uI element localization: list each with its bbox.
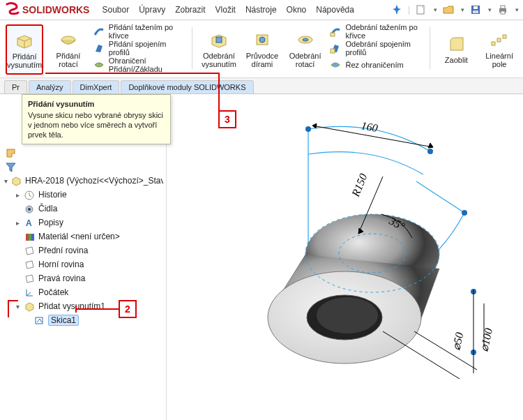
feature-manager-panel: Přidání vysunutím Vysune skicu nebo vybr…: [0, 94, 167, 420]
cut-loft-label: Odebrání spojením profilů: [345, 40, 420, 57]
tree-sketch-label: Skica1: [48, 315, 79, 326]
fillet-button[interactable]: Zaoblit: [439, 24, 475, 73]
tree-right-plane[interactable]: Pravá rovina: [4, 271, 163, 285]
cut-sweep-button[interactable]: Odebrání tažením po křivce: [330, 24, 420, 38]
save-icon[interactable]: [470, 4, 481, 15]
origin-icon: [24, 287, 35, 298]
tree-filter[interactable]: [4, 160, 163, 174]
svg-rect-2: [473, 6, 478, 9]
tree-top-plane[interactable]: Horní rovina: [4, 257, 163, 271]
twisty-icon[interactable]: ▾: [14, 303, 21, 310]
tree-front-label: Přední rovina: [38, 246, 88, 255]
tree-feature-extrude1[interactable]: ▾Přidat vysunutím1: [4, 299, 163, 313]
menu-tools[interactable]: Nástroje: [245, 5, 277, 15]
tab-features[interactable]: Pr: [4, 80, 27, 93]
redline: [75, 306, 77, 313]
tree-front-plane[interactable]: Přední rovina: [4, 243, 163, 257]
svg-rect-17: [497, 38, 501, 42]
revolve-boss-icon: [59, 31, 78, 49]
boundary-label: Ohraničení Přidání/Základu: [109, 57, 183, 73]
fillet-label: Zaoblit: [445, 56, 468, 64]
loft-boss-button[interactable]: Přidání spojením profilů: [93, 41, 183, 55]
cut-sweep-icon: [330, 26, 341, 37]
open-dropdown-icon[interactable]: ▾: [461, 6, 464, 13]
main-menu: Soubor Úpravy Zobrazit Vložit Nástroje O…: [102, 5, 354, 15]
sweep-icon: [93, 26, 105, 37]
extrude-feature-icon: [24, 301, 35, 312]
cut-revolve-icon: [296, 31, 315, 49]
tab-dimxpert[interactable]: DimXpert: [73, 80, 120, 93]
tree-top-label: Horní rovina: [38, 260, 84, 269]
tree-sensors[interactable]: Čidla: [4, 202, 163, 216]
feature-tree: ▾ HRA-2018 (Výchozí<<Výchozí>_Stav zobr …: [1, 144, 166, 329]
tree-sketch1[interactable]: Skica1: [4, 313, 163, 327]
menu-help[interactable]: Nápověda: [316, 5, 354, 15]
cut-extrude-button[interactable]: Odebrání vysunutím: [201, 24, 237, 73]
tree-tool-icon[interactable]: [6, 148, 16, 158]
tooltip-title: Přidání vysunutím: [28, 99, 165, 109]
ribbon-sep-2: [430, 27, 430, 69]
dim-160: 160: [360, 119, 379, 134]
ribbon-sep-1: [192, 27, 192, 69]
sketch-icon: [34, 315, 45, 326]
twisty-icon[interactable]: ▸: [14, 191, 21, 199]
titlebar-toolbar: | ▾ ▾ ▾ ▾: [391, 4, 519, 15]
redline: [75, 308, 119, 310]
cut-extrude-label: Odebrání vysunutím: [202, 52, 236, 68]
boundary-icon: [93, 59, 105, 70]
extrude-tooltip: Přidání vysunutím Vysune skicu nebo vybr…: [22, 94, 171, 144]
svg-rect-15: [333, 63, 338, 67]
print-icon[interactable]: [497, 4, 508, 15]
graphics-viewport[interactable]: 160 R150 35° ⌀50 ⌀100: [167, 94, 523, 420]
twisty-icon[interactable]: ▸: [14, 219, 21, 227]
boss-more-column: Přidání tažením po křivce Přidání spojen…: [93, 24, 183, 72]
menu-edit[interactable]: Úpravy: [139, 5, 165, 15]
cut-revolve-button[interactable]: Odebrání rotací: [287, 24, 324, 73]
open-icon[interactable]: [443, 4, 454, 15]
svg-rect-16: [492, 42, 495, 45]
menu-window[interactable]: Okno: [287, 5, 307, 15]
tree-history[interactable]: ▸Historie: [4, 188, 163, 202]
titlebar: SOLIDWORKS Soubor Úpravy Zobrazit Vložit…: [0, 0, 523, 20]
redline: [45, 73, 220, 74]
cut-sweep-label: Odebrání tažením po křivce: [345, 23, 420, 40]
tree-material[interactable]: Materiál <není určen>: [4, 230, 163, 243]
svg-rect-23: [26, 234, 29, 241]
tree-sensors-label: Čidla: [38, 204, 57, 213]
cut-boundary-button[interactable]: Řez ohraničením: [330, 58, 420, 72]
part-icon: [11, 176, 22, 186]
callout-2: 2: [119, 300, 137, 318]
tree-annotations[interactable]: ▸APopisy: [4, 216, 163, 230]
save-dropdown-icon[interactable]: ▾: [488, 6, 492, 13]
print-dropdown-icon[interactable]: ▾: [515, 6, 519, 13]
new-dropdown-icon[interactable]: ▾: [434, 6, 437, 13]
sweep-boss-button[interactable]: Přidání tažením po křivce: [93, 24, 183, 38]
twisty-icon[interactable]: ▾: [4, 177, 8, 185]
revolve-boss-button[interactable]: Přidání rotací: [50, 24, 86, 73]
linear-pattern-button[interactable]: Lineární pole: [481, 24, 517, 73]
tree-root[interactable]: ▾ HRA-2018 (Výchozí<<Výchozí>_Stav zobr: [4, 174, 163, 188]
cut-boundary-label: Řez ohraničením: [345, 61, 403, 69]
menu-insert[interactable]: Vložit: [215, 5, 236, 15]
linear-pattern-icon: [490, 31, 509, 49]
new-icon[interactable]: [416, 4, 427, 15]
tree-toolbar: [4, 146, 163, 160]
tooltip-body: Vysune skicu nebo vybrané obrysy skici v…: [28, 111, 163, 139]
tree-origin[interactable]: Počátek: [4, 285, 163, 299]
hole-wizard-button[interactable]: Průvodce dírami: [244, 24, 280, 73]
svg-rect-18: [503, 35, 506, 38]
linear-pattern-label: Lineární pole: [482, 52, 517, 68]
cut-revolve-label: Odebrání rotací: [288, 52, 323, 68]
pin-icon[interactable]: [391, 4, 402, 15]
extrude-boss-button[interactable]: Přidání vysunutím: [6, 24, 43, 75]
cut-more-column: Odebrání tažením po křivce Odebrání spoj…: [330, 24, 420, 72]
app-logo: SOLIDWORKS: [4, 2, 89, 17]
svg-point-21: [28, 208, 31, 211]
menu-file[interactable]: Soubor: [102, 5, 129, 15]
svg-point-29: [462, 210, 467, 216]
tab-addins[interactable]: Doplňkové moduly SOLIDWORKS: [121, 80, 253, 93]
boundary-boss-button[interactable]: Ohraničení Přidání/Základu: [93, 58, 183, 72]
menu-view[interactable]: Zobrazit: [175, 5, 205, 15]
tab-analyzy[interactable]: Analýzy: [29, 80, 71, 93]
cut-loft-button[interactable]: Odebrání spojením profilů: [330, 41, 420, 55]
